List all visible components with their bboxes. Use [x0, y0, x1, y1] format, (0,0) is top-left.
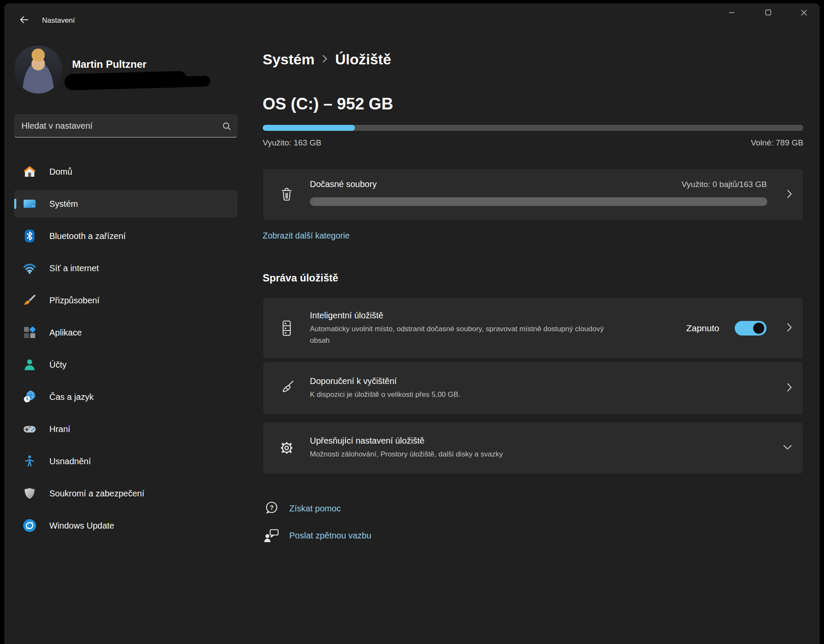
sidebar-item-label: Hraní	[49, 424, 70, 434]
search-box	[14, 115, 237, 138]
sidebar-item-label: Účty	[49, 360, 67, 370]
breadcrumb-parent[interactable]: Systém	[263, 51, 315, 68]
sidebar-item-label: Čas a jazyk	[49, 392, 94, 402]
bluetooth-icon	[23, 229, 36, 243]
toggle-knob	[753, 323, 764, 334]
sidebar-item-label: Windows Update	[49, 521, 114, 531]
sidebar-item-label: Usnadnění	[49, 457, 91, 466]
window-title: Nastavení	[42, 16, 75, 25]
sidebar-item-label: Síť a internet	[49, 263, 99, 273]
search-input[interactable]	[21, 115, 219, 137]
sidebar-item-personalization[interactable]: Přizpůsobení	[14, 287, 237, 314]
card-title: Doporučení k vyčištění	[310, 376, 460, 386]
smart-storage-icon	[277, 318, 297, 338]
accounts-icon	[23, 358, 36, 372]
chevron-down-icon	[782, 444, 793, 452]
card-subtitle: Možnosti zálohování, Prostory úložiště, …	[310, 448, 503, 460]
home-icon	[23, 165, 36, 178]
used-label: Využito: 163 GB	[263, 138, 321, 148]
back-button[interactable]	[15, 12, 33, 29]
get-help-label: Získat pomoc	[289, 504, 341, 514]
settings-window: Nastavení Martin Pultzner Domů Systém	[4, 3, 820, 644]
send-feedback-label: Poslat zpětnou vazbu	[289, 531, 371, 541]
temp-files-card[interactable]: Dočasné soubory Využito: 0 bajtů/163 GB	[263, 169, 803, 221]
send-feedback-link[interactable]: Poslat zpětnou vazbu	[263, 526, 371, 545]
breadcrumb: Systém Úložiště	[263, 51, 391, 68]
search-icon	[222, 122, 231, 132]
chevron-right-icon	[786, 382, 793, 394]
card-title: Inteligentní úložiště	[310, 310, 610, 320]
storage-usage-fill	[263, 125, 355, 131]
user-name: Martin Pultzner	[72, 58, 146, 70]
card-subtitle: K dispozici je úložiště o velikosti přes…	[310, 389, 460, 400]
sidebar-item-system[interactable]: Systém	[14, 190, 237, 218]
sidebar-item-accounts[interactable]: Účty	[14, 351, 237, 378]
feedback-icon	[263, 527, 280, 544]
personalization-icon	[23, 293, 36, 307]
sidebar-item-network[interactable]: Síť a internet	[14, 254, 237, 282]
breadcrumb-current: Úložiště	[335, 51, 391, 68]
selected-indicator	[14, 199, 16, 209]
drive-title: OS (C:) – 952 GB	[263, 95, 393, 113]
sidebar-item-apps[interactable]: Aplikace	[14, 319, 237, 346]
breadcrumb-separator-icon	[321, 53, 328, 66]
sidebar-item-windows-update[interactable]: Windows Update	[14, 512, 237, 539]
free-label: Volné: 789 GB	[751, 138, 803, 148]
sidebar-item-bluetooth[interactable]: Bluetooth a zařízení	[14, 222, 237, 250]
sidebar-item-time-language[interactable]: Čas a jazyk	[14, 383, 237, 411]
smart-storage-card[interactable]: Inteligentní úložiště Automaticky uvolni…	[263, 297, 803, 359]
network-icon	[23, 261, 36, 275]
get-help-link[interactable]: ? Získat pomoc	[263, 499, 341, 518]
card-subtitle: Automaticky uvolnit místo, odstranit doč…	[310, 323, 610, 346]
show-more-categories-link[interactable]: Zobrazit další kategorie	[263, 231, 350, 241]
chevron-right-icon	[786, 322, 793, 334]
card-title: Upřesňující nastavení úložiště	[310, 436, 503, 446]
accessibility-icon	[23, 454, 36, 468]
smart-storage-toggle[interactable]	[735, 321, 766, 336]
sidebar-item-label: Přizpůsobení	[49, 296, 100, 305]
gaming-icon	[23, 422, 36, 436]
cleanup-recommendations-card[interactable]: Doporučení k vyčištění K dispozici je úl…	[263, 362, 803, 415]
sidebar-item-label: Systém	[49, 199, 78, 209]
temp-files-bar	[310, 197, 767, 206]
sidebar-item-label: Soukromí a zabezpečení	[49, 489, 144, 499]
sidebar-item-label: Domů	[49, 167, 72, 177]
trash-icon	[277, 185, 297, 205]
chevron-right-icon	[786, 189, 793, 201]
gear-icon	[277, 438, 297, 458]
storage-management-heading: Správa úložiště	[263, 272, 338, 284]
toggle-state-label: Zapnuto	[686, 323, 719, 333]
temp-files-title: Dočasné soubory	[310, 179, 377, 189]
sidebar-item-gaming[interactable]: Hraní	[14, 415, 237, 443]
storage-usage-bar	[263, 125, 803, 131]
advanced-storage-card[interactable]: Upřesňující nastavení úložiště Možnosti …	[263, 422, 803, 474]
sidebar-item-domu[interactable]: Domů	[14, 158, 237, 185]
sidebar-item-accessibility[interactable]: Usnadnění	[14, 447, 237, 475]
cleanup-broom-icon	[277, 378, 297, 398]
svg-text:?: ?	[270, 504, 273, 511]
temp-files-usage: Využito: 0 bajtů/163 GB	[682, 180, 767, 189]
sidebar-item-label: Aplikace	[49, 328, 82, 338]
sidebar-item-label: Bluetooth a zařízení	[49, 231, 126, 241]
redacted-email-tail	[161, 76, 211, 88]
avatar	[14, 45, 62, 94]
get-help-icon: ?	[263, 500, 280, 517]
windows-update-icon	[23, 519, 36, 532]
system-icon	[23, 197, 36, 211]
privacy-shield-icon	[23, 487, 36, 500]
apps-icon	[23, 326, 36, 339]
back-arrow-icon	[19, 15, 29, 27]
sidebar-item-privacy[interactable]: Soukromí a zabezpečení	[14, 480, 237, 507]
main-content: Systém Úložiště OS (C:) – 952 GB Využito…	[263, 3, 803, 644]
time-language-icon	[23, 390, 36, 404]
